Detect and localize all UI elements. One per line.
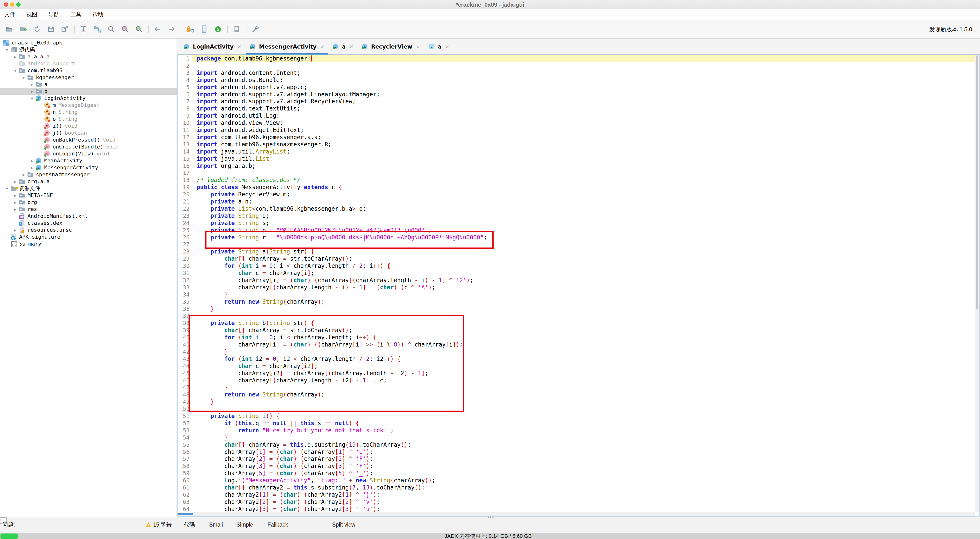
code-line-21[interactable]: private a n; [192,198,975,205]
code-line-20[interactable]: private RecyclerView m; [192,191,975,198]
code-line-54[interactable]: } [192,434,975,441]
collapse-icon[interactable] [78,24,89,35]
code-line-23[interactable]: private String q; [192,212,975,220]
code-area[interactable]: package com.tlamb96.kgbmessenger;import … [192,55,975,512]
tree-item-源代码[interactable]: ▾源代码 [0,46,177,53]
chevron-right-icon[interactable]: ▸ [12,227,19,233]
code-line-26[interactable]: private String r = "\u0000dslp}oQ\u0000 … [192,234,975,241]
chevron-down-icon[interactable]: ▾ [20,75,27,80]
code-line-63[interactable]: charArray2[2] = (char) (charArray2[2] ^ … [192,498,975,506]
code-line-25[interactable]: private String p = "V@lEAASB\u0012WZF\u0… [192,227,975,234]
code-line-51[interactable]: private String i() { [192,412,975,420]
chevron-right-icon[interactable]: ▸ [29,158,36,163]
code-line-64[interactable]: charArray2[3] = (char) (charArray2[3] ^ … [192,506,975,512]
code-line-13[interactable]: import com.tlamb96.spetsnazmessenger.R; [192,141,975,148]
search-class-icon[interactable] [119,24,130,35]
project-tree[interactable]: crackme_0x09.apk▾源代码▸a.a.a.aandroid.supp… [0,39,177,517]
tree-item-onLogin(View)[interactable]: monLogin(View)void [0,150,177,157]
code-line-33[interactable]: charArray[(charArray.length - i) - 1] = … [192,284,975,291]
code-line-35[interactable]: return new String(charArray); [192,298,975,305]
export-icon[interactable] [59,24,70,35]
deobfuscation-icon[interactable] [185,24,196,35]
code-line-44[interactable]: char c = charArray[i2]; [192,363,975,370]
tab-RecyclerView[interactable]: cRecyclerView× [358,39,424,54]
reload-icon[interactable] [32,24,43,35]
tree-item-Summary[interactable]: Summary [0,240,177,247]
tab-MessengerActivity[interactable]: cMessengerActivity× [245,39,328,54]
horizontal-scrollbar-thumb[interactable] [178,513,193,515]
code-editor[interactable]: 1234567891011121314151617181920212223242… [177,54,980,517]
code-line-3[interactable]: import android.content.Intent; [192,69,975,76]
tree-item-resources.arsc[interactable]: ▸resources.arsc [0,227,177,233]
code-line-12[interactable]: import com.tlamb96.kgbmessenger.a.a; [192,134,975,141]
menu-导航[interactable]: 导航 [48,11,59,18]
code-line-29[interactable]: char[] charArray = str.toCharArray(); [192,255,975,262]
code-line-11[interactable]: import android.widget.EditText; [192,127,975,134]
tree-item-AndroidManifest.xml[interactable]: MFAndroidManifest.xml [0,212,177,220]
code-line-37[interactable] [192,312,975,319]
code-line-40[interactable]: for (int i = 0; i < charArray.length; i+… [192,334,975,341]
code-line-31[interactable]: char c = charArray[i]; [192,270,975,277]
tree-item-m[interactable]: fmMessageDigest [0,101,177,109]
tree-item-org[interactable]: ▸org [0,199,177,206]
code-line-30[interactable]: for (int i = 0; i < charArray.length / 2… [192,262,975,270]
tab-a[interactable]: ca× [424,39,453,54]
code-line-46[interactable]: charArray[(charArray.length - i2) - 1] =… [192,377,975,384]
tree-item-a[interactable]: ▸a [0,81,177,88]
code-line-2[interactable] [192,62,975,69]
tree-item-kgbmessenger[interactable]: ▾kgbmessenger [0,74,177,81]
code-line-48[interactable]: return new String(charArray); [192,391,975,398]
vertical-scrollbar-thumb[interactable] [976,55,978,309]
chevron-right-icon[interactable]: ▸ [29,165,36,170]
tree-item-spetsnazmessenger[interactable]: ▸spetsnazmessenger [0,171,177,178]
log-viewer-icon[interactable] [231,24,242,35]
resize-grip[interactable] [488,514,495,519]
close-icon[interactable]: × [445,43,449,50]
chevron-down-icon[interactable]: ▾ [3,186,11,191]
tree-item-org.a.a[interactable]: ▸org.a.a [0,178,177,185]
view-tab-代码[interactable]: 代码 [184,521,195,529]
code-line-50[interactable] [192,405,975,412]
tab-a[interactable]: ca× [328,39,358,54]
menu-工具[interactable]: 工具 [70,11,81,18]
code-line-58[interactable]: charArray[3] = (char) (charArray[3] ^ 'F… [192,463,975,470]
code-line-60[interactable]: Log.i("MessengerActivity", "flag: " + ne… [192,477,975,484]
code-line-62[interactable]: charArray2[1] = (char) (charArray2[1] ^ … [192,491,975,498]
tree-item-classes.dex[interactable]: Jclasses.dex [0,220,177,227]
tree-item-j()[interactable]: mj()boolean [0,129,177,136]
save-all-icon[interactable] [45,24,56,35]
close-icon[interactable]: × [237,43,241,50]
code-line-18[interactable]: /* loaded from: classes.dex */ [192,176,975,184]
code-line-57[interactable]: charArray[2] = (char) (charArray[2] ^ 'F… [192,455,975,463]
flat-tree-icon[interactable] [92,24,103,35]
device-icon[interactable] [199,24,210,35]
vertical-scrollbar[interactable] [975,55,979,512]
add-files-icon[interactable] [18,24,29,35]
code-line-17[interactable] [192,169,975,176]
code-line-39[interactable]: char[] charArray = str.toCharArray(); [192,327,975,334]
tree-item-资源文件[interactable]: ▾资源文件 [0,185,177,192]
tree-item-onCreate(Bundle)[interactable]: monCreate(Bundle)void [0,143,177,150]
code-line-59[interactable]: charArray[5] = (char) (charArray[5] ^ '_… [192,470,975,477]
tree-item-APK signature[interactable]: APK signature [0,233,177,240]
chevron-right-icon[interactable]: ▸ [29,89,36,94]
tree-item-b[interactable]: ▸b [0,88,177,95]
code-line-55[interactable]: char[] charArray = this.q.substring(19).… [192,441,975,449]
code-line-7[interactable]: import android.support.v7.widget.Recycle… [192,98,975,105]
view-tab-Fallback[interactable]: Fallback [267,521,288,529]
code-line-9[interactable]: import android.util.Log; [192,112,975,119]
code-line-24[interactable]: private String s; [192,220,975,227]
code-line-15[interactable]: import java.util.List; [192,155,975,162]
forward-icon[interactable] [166,24,177,35]
code-line-38[interactable]: private String b(String str) { [192,319,975,327]
quark-icon[interactable]: $ [212,24,223,35]
view-tab-Simple[interactable]: Simple [236,521,253,529]
code-line-6[interactable]: import android.support.v7.widget.LinearL… [192,91,975,98]
search-text-icon[interactable] [106,24,117,35]
code-line-47[interactable]: } [192,384,975,391]
code-line-1[interactable]: package com.tlamb96.kgbmessenger; [192,55,975,62]
chevron-right-icon[interactable]: ▸ [29,82,36,87]
tree-item-LoginActivity[interactable]: ▾cLoginActivity [0,95,177,101]
code-line-45[interactable]: charArray[i2] = charArray[(charArray.len… [192,370,975,377]
chevron-down-icon[interactable]: ▾ [29,96,36,101]
